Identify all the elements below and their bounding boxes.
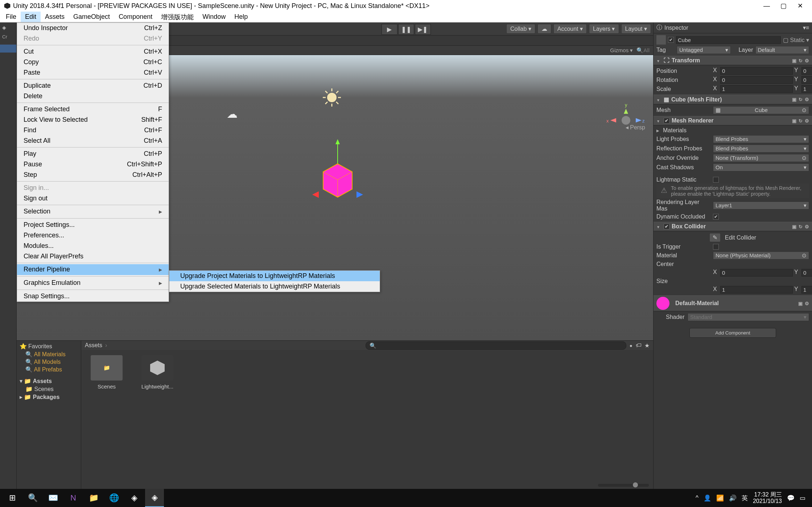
assets-folder[interactable]: ▾ 📁 Assets xyxy=(18,377,79,385)
add-component-button[interactable]: Add Component xyxy=(689,328,776,338)
menu-assets[interactable]: Assets xyxy=(41,12,69,22)
edit-duplicate[interactable]: DuplicateCtrl+D xyxy=(17,80,169,91)
action-center-icon[interactable]: ▭ xyxy=(800,494,805,502)
scene-search[interactable]: 🔍All xyxy=(636,47,650,54)
collab-dropdown[interactable]: Collab ▾ xyxy=(506,24,535,34)
scenes-folder[interactable]: 📁 Scenes xyxy=(18,385,79,393)
fav-all-models[interactable]: 🔍 All Models xyxy=(18,358,79,366)
volume-icon[interactable]: 🔊 xyxy=(729,494,737,502)
asset-scenes-folder[interactable]: 📁 Scenes xyxy=(88,355,125,390)
menu-edit[interactable]: Edit xyxy=(21,12,41,22)
layer-dropdown[interactable]: Default▾ xyxy=(755,46,809,54)
edit-modules-[interactable]: Modules... xyxy=(17,241,169,251)
gear-icon[interactable]: ⚙ xyxy=(805,58,809,63)
asset-lightweight[interactable]: Lightweight... xyxy=(139,355,176,390)
project-search[interactable] xyxy=(366,341,626,350)
project-tree[interactable]: ⭐ Favorites 🔍 All Materials 🔍 All Models… xyxy=(17,341,81,489)
transform-header[interactable]: ⛶ Transform▣↻⚙ xyxy=(654,56,812,65)
scale-x[interactable] xyxy=(720,85,793,93)
packages-folder[interactable]: ▸ 📁 Packages xyxy=(18,393,79,401)
filter-icon[interactable]: ⬥ xyxy=(629,342,633,349)
cast-shadows-dropdown[interactable]: On▾ xyxy=(713,163,809,171)
star-icon[interactable]: ★ xyxy=(644,342,650,349)
label-icon[interactable]: 🏷 xyxy=(636,342,642,349)
edit-pause[interactable]: PauseCtrl+Shift+P xyxy=(17,159,169,170)
search-taskbar-icon[interactable]: 🔍 xyxy=(23,489,42,507)
selected-cube-gizmo[interactable] xyxy=(316,167,359,207)
pause-button[interactable]: ❚❚ xyxy=(398,24,414,35)
menu-help[interactable]: Help xyxy=(230,12,252,22)
inspector-tab[interactable]: ⓘ Inspector▾≡ xyxy=(654,22,812,33)
mesh-field[interactable]: ▦ Cube⊙ xyxy=(713,106,809,114)
maximize-button[interactable]: ▢ xyxy=(775,0,792,12)
tag-dropdown[interactable]: Untagged▾ xyxy=(677,46,731,54)
layers-dropdown[interactable]: Layers ▾ xyxy=(589,24,619,34)
fav-all-materials[interactable]: 🔍 All Materials xyxy=(18,350,79,358)
edit-redo[interactable]: RedoCtrl+Y xyxy=(17,33,169,44)
menu-file[interactable]: File xyxy=(1,12,21,22)
edit-project-settings-[interactable]: Project Settings... xyxy=(17,220,169,230)
edit-cut[interactable]: CutCtrl+X xyxy=(17,46,169,57)
reflection-probes-dropdown[interactable]: Blend Probes▾ xyxy=(713,145,809,153)
edge-icon[interactable]: 🌐 xyxy=(104,489,123,507)
render-layer-dropdown[interactable]: Layer1▾ xyxy=(713,201,809,209)
cloud-button[interactable]: ☁ xyxy=(537,24,551,34)
anchor-override-field[interactable]: None (Transform)⊙ xyxy=(713,154,809,162)
project-breadcrumb[interactable]: Assets › ⬥ 🏷 ★ xyxy=(81,341,653,350)
step-button[interactable]: ▶❚ xyxy=(415,24,431,35)
edit-sign-in-[interactable]: Sign in... xyxy=(17,183,169,193)
meshrenderer-header[interactable]: ✔ Mesh Renderer▣↻⚙ xyxy=(654,116,812,125)
unity-editor-taskbar-icon[interactable]: ◈ xyxy=(145,489,164,507)
notifications-icon[interactable]: 💬 xyxy=(787,494,795,502)
center-y[interactable] xyxy=(801,269,812,277)
play-button[interactable]: ▶ xyxy=(382,24,397,35)
rot-y[interactable] xyxy=(801,76,812,84)
ime-indicator[interactable]: 英 xyxy=(742,494,748,502)
edit-graphics-emulation[interactable]: Graphics Emulation▸ xyxy=(17,278,169,288)
wifi-icon[interactable]: 📶 xyxy=(716,494,724,502)
edit-selection[interactable]: Selection▸ xyxy=(17,206,169,217)
edit-copy[interactable]: CopyCtrl+C xyxy=(17,57,169,67)
active-checkbox[interactable]: ✔ xyxy=(668,37,674,43)
onenote-icon[interactable]: N xyxy=(64,489,83,507)
is-trigger-checkbox[interactable] xyxy=(713,244,719,250)
scale-y[interactable] xyxy=(801,85,812,93)
explorer-icon[interactable]: 📁 xyxy=(84,489,103,507)
shader-dropdown[interactable]: Standard▾ xyxy=(688,313,809,321)
directional-light-gizmo-icon[interactable] xyxy=(322,88,342,109)
material-header[interactable]: Default-Material▣⚙ xyxy=(654,295,812,311)
edit-select-all[interactable]: Select AllCtrl+A xyxy=(17,136,169,146)
menu-enhanced[interactable]: 增强版功能 xyxy=(157,11,198,23)
menu-gameobject[interactable]: GameObject xyxy=(69,12,114,22)
edit-paste[interactable]: PasteCtrl+V xyxy=(17,67,169,78)
pos-x[interactable] xyxy=(720,67,793,75)
edit-clear-all-playerprefs[interactable]: Clear All PlayerPrefs xyxy=(17,251,169,262)
edit-delete[interactable]: Delete xyxy=(17,91,169,101)
physic-material-field[interactable]: None (Physic Material)⊙ xyxy=(713,252,809,259)
boxcollider-header[interactable]: ✔ Box Collider▣↻⚙ xyxy=(654,222,812,231)
edit-play[interactable]: PlayCtrl+P xyxy=(17,149,169,159)
layout-dropdown[interactable]: Layout ▾ xyxy=(621,24,651,34)
clock[interactable]: 17:32 周三 2021/10/13 xyxy=(753,491,782,504)
unity-hub-icon[interactable]: ◈ xyxy=(125,489,144,507)
start-button[interactable]: ⊞ xyxy=(3,489,22,507)
edit-snap-settings-[interactable]: Snap Settings... xyxy=(17,291,169,302)
account-dropdown[interactable]: Account ▾ xyxy=(553,24,587,34)
reset-icon[interactable]: ↻ xyxy=(799,58,803,63)
lightmap-static-checkbox[interactable] xyxy=(713,177,719,183)
dynamic-occluded-checkbox[interactable]: ✔ xyxy=(713,214,719,220)
rot-x[interactable] xyxy=(720,76,793,84)
orientation-gizmo[interactable]: yxz xyxy=(606,102,646,140)
edit-render-pipeline[interactable]: Render Pipeline▸ xyxy=(17,264,169,275)
perspective-label[interactable]: ◂ Persp xyxy=(626,124,645,131)
thumbnail-size-slider[interactable] xyxy=(598,484,649,487)
camera-gizmo-icon[interactable]: ☁ xyxy=(227,108,238,120)
mail-icon[interactable]: ✉️ xyxy=(44,489,62,507)
tray-chevron-icon[interactable]: ^ xyxy=(696,494,698,502)
panel-menu-icon[interactable]: ▾≡ xyxy=(803,24,809,31)
edit-sign-out[interactable]: Sign out xyxy=(17,193,169,204)
edit-collider-button[interactable]: ✎ xyxy=(709,233,721,242)
people-icon[interactable]: 👤 xyxy=(704,494,711,502)
size-y[interactable] xyxy=(801,286,812,294)
minimize-button[interactable]: — xyxy=(758,0,775,12)
